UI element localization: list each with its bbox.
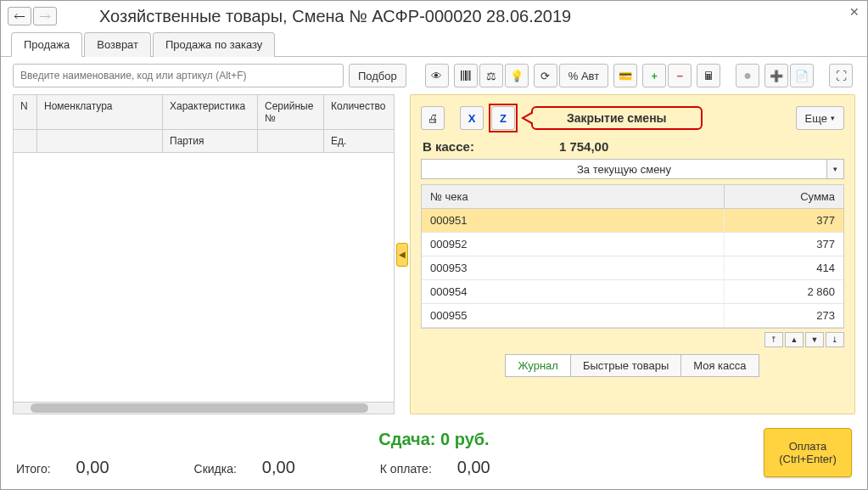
card-icon[interactable]: 💳 — [613, 64, 637, 87]
table-row[interactable]: 0009542 860 — [422, 280, 843, 304]
h-scrollbar[interactable] — [14, 402, 394, 414]
cash-label: В кассе: — [423, 139, 474, 154]
tab-order[interactable]: Продажа по заказу — [153, 32, 275, 57]
titlebar: 🡐 🡒 Хозяйственные товары, Смена № АСФР-0… — [1, 1, 867, 31]
nav-last[interactable]: ⤓ — [826, 332, 844, 347]
print-icon[interactable]: 🖨 — [421, 106, 445, 130]
pct-avt-button[interactable]: % Авт — [559, 64, 608, 87]
expand-icon[interactable]: ⛶ — [829, 64, 853, 87]
refresh-icon[interactable] — [534, 64, 557, 87]
content: N Номенклатура Характеристика Серийные №… — [1, 94, 867, 421]
svg-rect-3 — [468, 70, 468, 81]
items-body[interactable] — [14, 153, 394, 402]
items-table: N Номенклатура Характеристика Серийные №… — [13, 94, 395, 414]
period-dropdown-icon[interactable]: ▾ — [827, 159, 844, 179]
cancel-icon[interactable]: ● — [736, 64, 759, 87]
svg-rect-1 — [463, 70, 464, 81]
z-report-button[interactable]: Z — [491, 106, 515, 130]
total-value: 0,00 — [76, 458, 109, 477]
nav-down[interactable]: ▼ — [805, 332, 824, 347]
col-nomenclature: Номенклатура — [37, 95, 163, 129]
view-icon[interactable]: 👁 — [425, 64, 449, 87]
btab-quick[interactable]: Быстрые товары — [570, 354, 681, 377]
discount-label: Скидка: — [194, 462, 237, 476]
change-text: Сдача: 0 руб. — [16, 430, 852, 449]
col-receipt-num: № чека — [422, 185, 725, 208]
toolbar: Подбор 👁 ⚖ 💡 % Авт 💳 + − 🖩 ● ➕ 📄 ⛶ — [1, 57, 867, 94]
tab-return[interactable]: Возврат — [84, 32, 151, 57]
nav-first[interactable]: ⤒ — [764, 332, 783, 347]
doc-icon[interactable]: 📄 — [790, 64, 814, 87]
svg-rect-2 — [465, 70, 467, 81]
discount-value: 0,00 — [262, 458, 295, 477]
more-button[interactable]: Еще ▾ — [796, 106, 844, 130]
minus-button[interactable]: − — [668, 64, 692, 87]
pane-divider: ◀ — [395, 94, 410, 414]
back-button[interactable]: 🡐 — [8, 7, 31, 25]
col-unit: Ед. — [324, 130, 394, 152]
barcode-icon[interactable] — [454, 64, 478, 87]
callout-close-shift: Закрытие смены — [531, 106, 703, 130]
plus-button[interactable]: + — [642, 64, 666, 87]
footer: Сдача: 0 руб. Итого: 0,00 Скидка: 0,00 К… — [1, 421, 867, 489]
topay-value: 0,00 — [457, 458, 490, 477]
close-button[interactable]: ✕ — [847, 4, 862, 20]
app-window: 🡐 🡒 Хозяйственные товары, Смена № АСФР-0… — [0, 0, 868, 490]
topay-label: К оплате: — [380, 462, 432, 476]
btab-mycash[interactable]: Моя касса — [680, 354, 759, 377]
main-tabs: Продажа Возврат Продажа по заказу — [1, 31, 867, 57]
search-input[interactable] — [13, 64, 344, 87]
collapse-toggle[interactable]: ◀ — [396, 243, 408, 267]
svg-rect-4 — [469, 70, 471, 81]
nav-up[interactable]: ▲ — [785, 332, 804, 347]
table-row[interactable]: 000955273 — [422, 304, 843, 328]
pay-button[interactable]: Оплата (Ctrl+Enter) — [764, 428, 852, 477]
scale-icon[interactable]: ⚖ — [479, 64, 503, 87]
bottom-tabs: Журнал Быстрые товары Моя касса — [421, 354, 844, 377]
col-party: Партия — [163, 130, 258, 152]
table-row[interactable]: 000953414 — [422, 256, 843, 280]
btab-journal[interactable]: Журнал — [505, 354, 570, 377]
x-report-button[interactable]: X — [460, 106, 484, 130]
add-icon[interactable]: ➕ — [764, 64, 788, 87]
period-value: За текущую смену — [421, 159, 827, 179]
col-qty: Количество — [324, 95, 394, 129]
col-characteristic: Характеристика — [163, 95, 258, 129]
cash-panel: 🖨 X Z Закрытие смены Еще ▾ В кассе: 1 75… — [410, 94, 855, 414]
tab-sale[interactable]: Продажа — [11, 32, 82, 57]
table-nav: ⤒ ▲ ▼ ⤓ — [421, 332, 844, 347]
forward-button[interactable]: 🡒 — [33, 7, 57, 25]
stamp-icon[interactable]: 💡 — [505, 64, 529, 87]
calc-icon[interactable]: 🖩 — [697, 64, 720, 87]
cash-value: 1 754,00 — [559, 139, 608, 154]
svg-rect-0 — [461, 70, 462, 81]
podbor-button[interactable]: Подбор — [349, 64, 406, 87]
period-select[interactable]: За текущую смену ▾ — [421, 159, 844, 179]
table-row[interactable]: 000951377 — [422, 209, 843, 233]
col-serial: Серийные № — [258, 95, 324, 129]
window-title: Хозяйственные товары, Смена № АСФР-00002… — [99, 7, 571, 26]
receipts-table: № чека Сумма 000951377000952377000953414… — [421, 184, 844, 329]
col-n: N — [14, 95, 37, 129]
col-receipt-sum: Сумма — [725, 185, 843, 208]
table-row[interactable]: 000952377 — [422, 233, 843, 256]
total-label: Итого: — [16, 462, 51, 476]
